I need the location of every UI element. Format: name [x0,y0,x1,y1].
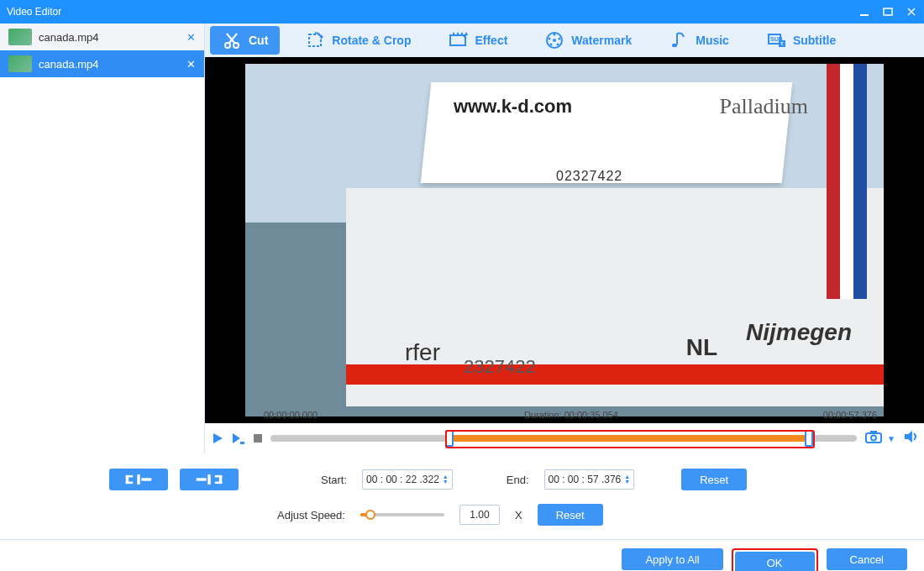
set-end-bracket-button[interactable] [180,469,239,490]
snapshot-dropdown[interactable]: ▼ [887,434,895,443]
svg-marker-9 [321,34,323,39]
svg-rect-1 [884,8,892,15]
video-preview: www.k-d.com Palladium 02327422 rfer 2327… [205,57,924,423]
timeline-end-label: 00:00:57.376 [823,410,877,420]
preview-text: 02327422 [556,169,622,184]
preview-text: Nijmegen [746,319,852,346]
file-item[interactable]: canada.mp4 ✕ [0,50,204,77]
preview-text: 2327422 [464,356,536,378]
svg-point-23 [672,44,677,47]
spin-down[interactable]: ▼ [443,479,449,485]
svg-rect-38 [137,474,139,485]
music-icon [669,30,689,50]
tool-tabs: Cut Rotate & Crop Effect Watermark Music… [205,24,924,57]
selection-range [449,435,811,442]
apply-to-all-button[interactable]: Apply to All [622,548,722,570]
set-start-bracket-button[interactable] [109,469,168,490]
svg-marker-28 [213,433,223,443]
tab-label: Subtitle [793,34,836,47]
speed-slider[interactable] [360,513,444,516]
spin-down[interactable]: ▼ [624,479,630,485]
close-button[interactable] [906,6,917,18]
tab-rotate-crop[interactable]: Rotate & Crop [293,26,423,55]
tab-music[interactable]: Music [657,26,741,55]
file-name: canada.mp4 [39,31,99,44]
svg-point-21 [550,44,553,46]
tab-watermark[interactable]: Watermark [533,26,643,55]
svg-rect-10 [450,35,465,45]
preview-text: rfer [405,339,440,366]
file-name: canada.mp4 [39,58,99,71]
svg-marker-34 [905,431,912,443]
snapshot-button[interactable] [865,430,882,447]
timeline-track[interactable] [270,435,857,442]
cancel-button[interactable]: Cancel [827,548,907,570]
effect-icon [448,30,468,50]
timeline-start-label: 00:00:00.000 [264,410,318,420]
svg-point-18 [554,34,556,36]
svg-point-20 [557,44,559,46]
timeline-duration-label: Duration: 00:00:35.054 [524,410,618,420]
svg-rect-40 [197,478,207,480]
stop-button[interactable] [254,434,262,443]
preview-text: NL [686,334,717,361]
window-title: Video Editor [7,6,61,18]
selection-start-handle[interactable] [445,430,454,447]
volume-button[interactable] [904,430,919,447]
play-button[interactable] [210,432,225,444]
cut-parameters: Start: 00 : 00 : 22 .322 ▲▼ End: 00 : 00… [0,453,924,526]
end-time-input[interactable]: 00 : 00 : 57 .376 ▲▼ [544,469,635,490]
speed-label: Adjust Speed: [277,509,345,521]
speed-slider-thumb[interactable] [365,510,375,520]
tab-cut[interactable]: Cut [210,26,280,55]
video-frame: www.k-d.com Palladium 02327422 rfer 2327… [245,64,884,416]
preview-text: Palladium [720,94,808,119]
start-label: Start: [321,474,347,486]
svg-point-17 [553,39,556,42]
tab-subtitle[interactable]: SUBT Subtitle [754,26,848,55]
tab-label: Watermark [571,34,632,47]
end-label: End: [507,474,529,486]
minimize-button[interactable] [858,6,870,18]
svg-text:T: T [780,41,784,46]
svg-rect-43 [215,475,222,478]
svg-point-32 [871,436,876,441]
start-time-input[interactable]: 00 : 00 : 22 .322 ▲▼ [362,469,453,490]
svg-rect-30 [240,442,244,444]
svg-point-12 [457,33,459,34]
cut-icon [222,30,242,50]
svg-rect-44 [215,482,222,485]
play-next-button[interactable] [230,432,245,444]
highlight-box: OK [732,548,818,571]
tab-label: Cut [249,34,268,47]
preview-text: www.k-d.com [454,96,572,118]
tab-label: Effect [475,34,507,47]
svg-point-13 [461,33,463,34]
subtitle-icon: SUBT [766,30,786,50]
svg-point-19 [559,38,561,40]
watermark-icon [544,30,564,50]
file-close-icon[interactable]: ✕ [186,58,196,71]
reset-time-button[interactable]: Reset [681,469,747,490]
svg-point-22 [549,38,551,40]
footer-buttons: Apply to All OK Cancel [0,539,924,571]
title-bar: Video Editor [0,0,924,24]
file-item[interactable]: canada.mp4 ✕ [0,24,204,50]
file-sidebar: canada.mp4 ✕ canada.mp4 ✕ [0,24,205,453]
file-thumbnail [8,55,32,72]
speed-value-input[interactable]: 1.00 [459,505,500,525]
ok-button[interactable]: OK [735,552,815,571]
crop-icon [305,30,325,50]
svg-marker-15 [465,32,468,35]
tab-effect[interactable]: Effect [436,26,519,55]
file-close-icon[interactable]: ✕ [186,31,196,44]
reset-speed-button[interactable]: Reset [538,504,603,526]
svg-rect-33 [870,431,877,434]
tab-label: Rotate & Crop [332,34,411,47]
speed-suffix: X [515,509,522,521]
flag-icon [827,64,867,299]
selection-end-handle[interactable] [805,430,813,447]
file-thumbnail [8,29,32,45]
svg-point-5 [234,43,239,48]
maximize-button[interactable] [882,6,894,18]
